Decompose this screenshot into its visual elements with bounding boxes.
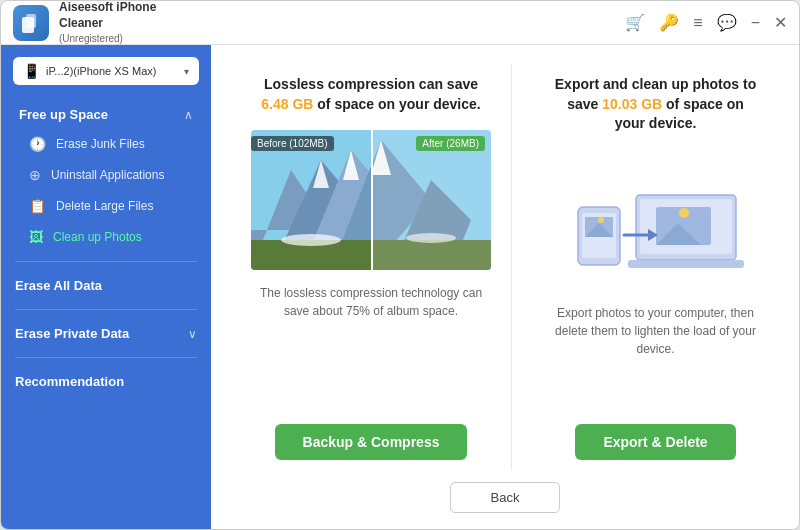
compress-desc: The lossless compression technology can … [251, 284, 491, 320]
erase-all-label: Erase All Data [15, 278, 102, 293]
main-layout: 📱 iP...2)(iPhone XS Max) ▾ Free up Space… [1, 45, 799, 529]
content-area: Lossless compression can save 6.48 GB of… [211, 45, 799, 529]
export-panel: Export and clean up photos to save 10.03… [532, 65, 779, 470]
freeup-section-header[interactable]: Free up Space ∧ [5, 101, 207, 128]
sidebar-item-large-files[interactable]: 📋 Delete Large Files [11, 191, 201, 221]
chat-icon[interactable]: 💬 [717, 13, 737, 32]
app-name2: Cleaner [59, 16, 156, 32]
apps-icon: ⊕ [29, 167, 41, 183]
app-name: Aiseesoft iPhone [59, 0, 156, 16]
erase-private-label: Erase Private Data [15, 326, 129, 341]
export-svg [556, 155, 756, 285]
before-label: Before (102MB) [251, 136, 334, 151]
before-after-image: Before (102MB) After (26MB) [251, 130, 491, 270]
sidebar-files-label: Delete Large Files [56, 199, 153, 213]
sidebar-junk-label: Erase Junk Files [56, 137, 145, 151]
svg-point-25 [679, 208, 689, 218]
title-bar-left: Aiseesoft iPhone Cleaner (Unregistered) [13, 0, 156, 44]
sidebar-item-erase-private[interactable]: Erase Private Data ∨ [1, 318, 211, 349]
export-amount: 10.03 GB [602, 96, 662, 112]
freeup-section: Free up Space ∧ 🕐 Erase Junk Files ⊕ Uni… [1, 101, 211, 253]
svg-point-12 [281, 234, 341, 246]
device-name: iP...2)(iPhone XS Max) [46, 65, 178, 77]
compress-title: Lossless compression can save 6.48 GB of… [251, 75, 491, 114]
sidebar-item-erase-junk[interactable]: 🕐 Erase Junk Files [11, 129, 201, 159]
svg-point-22 [598, 217, 604, 223]
export-illustration [556, 150, 756, 290]
photos-icon: 🖼 [29, 229, 43, 245]
sidebar-apps-label: Uninstall Applications [51, 168, 164, 182]
svg-rect-14 [371, 130, 491, 270]
recommendation-label: Recommendation [15, 374, 124, 389]
title-bar-right: 🛒 🔑 ≡ 💬 − ✕ [625, 13, 787, 32]
sidebar-photos-label: Clean up Photos [53, 230, 142, 244]
svg-rect-17 [628, 260, 744, 268]
compress-title-post: of space on your device. [313, 96, 480, 112]
app-title-text: Aiseesoft iPhone Cleaner (Unregistered) [59, 0, 156, 44]
menu-icon[interactable]: ≡ [693, 14, 702, 32]
app-logo [13, 5, 49, 41]
content-panels: Lossless compression can save 6.48 GB of… [231, 65, 779, 470]
export-delete-button[interactable]: Export & Delete [575, 424, 735, 460]
minimize-icon[interactable]: − [751, 14, 760, 32]
freeup-label: Free up Space [19, 107, 108, 122]
export-title: Export and clean up photos to save 10.03… [552, 75, 759, 134]
private-arrow-icon: ∨ [188, 327, 197, 341]
after-label: After (26MB) [416, 136, 485, 151]
app-window: Aiseesoft iPhone Cleaner (Unregistered) … [0, 0, 800, 530]
sidebar-item-cleanup-photos[interactable]: 🖼 Clean up Photos [11, 222, 201, 252]
sidebar-divider-3 [15, 357, 197, 358]
junk-icon: 🕐 [29, 136, 46, 152]
sidebar-divider-2 [15, 309, 197, 310]
compress-amount: 6.48 GB [261, 96, 313, 112]
files-icon: 📋 [29, 198, 46, 214]
app-registered: (Unregistered) [59, 32, 156, 45]
sidebar-item-erase-all[interactable]: Erase All Data [1, 270, 211, 301]
compress-title-pre: Lossless compression can save [264, 76, 478, 92]
title-bar: Aiseesoft iPhone Cleaner (Unregistered) … [1, 1, 799, 45]
svg-rect-1 [26, 14, 36, 28]
close-icon[interactable]: ✕ [774, 13, 787, 32]
pin-icon[interactable]: 🔑 [659, 13, 679, 32]
export-desc: Export photos to your computer, then del… [552, 304, 759, 358]
sidebar: 📱 iP...2)(iPhone XS Max) ▾ Free up Space… [1, 45, 211, 529]
freeup-arrow-icon: ∧ [184, 108, 193, 122]
back-button[interactable]: Back [450, 482, 561, 513]
sidebar-divider-1 [15, 261, 197, 262]
chevron-down-icon: ▾ [184, 66, 189, 77]
ba-divider [371, 130, 373, 270]
phone-icon: 📱 [23, 63, 40, 79]
backup-compress-button[interactable]: Backup & Compress [275, 424, 468, 460]
sidebar-item-uninstall[interactable]: ⊕ Uninstall Applications [11, 160, 201, 190]
cart-icon[interactable]: 🛒 [625, 13, 645, 32]
content-footer: Back [231, 470, 779, 513]
device-selector[interactable]: 📱 iP...2)(iPhone XS Max) ▾ [13, 57, 199, 85]
sidebar-item-recommendation[interactable]: Recommendation [1, 366, 211, 397]
compress-panel: Lossless compression can save 6.48 GB of… [231, 65, 512, 470]
